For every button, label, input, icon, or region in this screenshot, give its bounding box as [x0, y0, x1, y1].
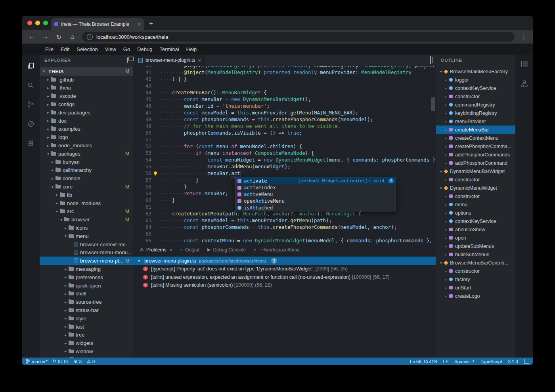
search-icon[interactable]: [27, 82, 34, 90]
code-line[interactable]: 65: [133, 230, 436, 237]
back-icon[interactable]: ←: [28, 33, 35, 40]
browser-menu-icon[interactable]: ⋮: [521, 33, 527, 40]
code-line[interactable]: 42····)·{·}: [133, 76, 436, 82]
tree-item-status-bar[interactable]: ▸status-bar: [40, 306, 133, 314]
status-cursor-position[interactable]: Ln 56, Col 28: [410, 359, 437, 364]
code-line[interactable]: 52········for·(const·menu·of·menuModel.c…: [133, 143, 436, 150]
problem-row[interactable]: ×[tslint] unused expression, expected an…: [133, 273, 436, 282]
outline-item-contextkeyservice[interactable]: ▸contextKeyService: [436, 217, 515, 225]
site-info-icon[interactable]: i: [87, 34, 93, 40]
outline-item-constructor[interactable]: ▸constructor: [436, 175, 515, 184]
status-warning-count[interactable]: ⚠0: [87, 359, 95, 364]
outline-item-keybindingregistry[interactable]: ▸keybindingRegistry: [436, 109, 515, 117]
tree-item-browser[interactable]: ▾browserM: [40, 215, 133, 224]
lightbulb-icon[interactable]: [154, 171, 157, 175]
status-indentation[interactable]: Spaces: 4: [454, 359, 475, 364]
code-line[interactable]: 66········const·contextMenu·=·new·Dynami…: [133, 237, 436, 244]
editor-tab[interactable]: browser-menu-plugin.ts ×: [133, 55, 205, 66]
panel-tab-workspace-theia[interactable]: >_~/workspace/theia: [250, 244, 303, 255]
code-editor[interactable]: 40········@inject(CommandRegistry)·prote…: [133, 66, 436, 244]
outline-item-contextkeyservice[interactable]: ▸contextKeyService: [436, 84, 515, 92]
outline-item-options[interactable]: ▸options: [436, 209, 515, 217]
menu-item-go[interactable]: Go: [120, 46, 134, 52]
outline-item-menuprovider[interactable]: ▸menuProvider: [436, 117, 515, 126]
code-line[interactable]: 46········menuBar.id·=·'theia:menubar';: [133, 103, 436, 109]
tree-item-packages[interactable]: ▾packagesM: [40, 150, 133, 158]
url-bar[interactable]: i localhost:3000/workspace/theia: [82, 32, 515, 42]
problem-file-row[interactable]: ▾browser-menu-plugin.tspackages/core/src…: [133, 257, 436, 265]
outline-item-dynamicmenuwidget[interactable]: ▾DynamicMenuWidget: [436, 184, 515, 192]
code-line[interactable]: 55················menuBar.addMenu(menuWi…: [133, 163, 436, 170]
outline-item-browsermenubarcontrib[interactable]: ▾BrowserMenuBarContrib...: [436, 259, 515, 267]
tree-item-window[interactable]: ▸window: [40, 347, 133, 356]
code-line[interactable]: 50········phosphorCommands.isVisible·=·(…: [133, 129, 436, 136]
outline-item-constructor[interactable]: ▸constructor: [436, 92, 515, 101]
collapse-all-icon[interactable]: [127, 58, 128, 63]
tree-item-theia[interactable]: ▾THEIAM: [40, 67, 133, 76]
outline-item-createmenubar[interactable]: ▸createMenuBar: [436, 126, 515, 134]
tree-item-theia[interactable]: ▸.theia: [40, 84, 133, 92]
reload-icon[interactable]: ↻: [55, 33, 62, 41]
code-line[interactable]: 54················const·menuWidget·=·new…: [133, 156, 436, 163]
outline-item-constructor[interactable]: ▸constructor: [436, 192, 515, 200]
code-line[interactable]: 44····createMenuBar():·MenuBarWidget·{: [133, 89, 436, 96]
outline-item-createlogo[interactable]: ▸createLogo: [436, 292, 515, 300]
suggest-item-activemenu[interactable]: activeMenu: [235, 191, 396, 198]
tree-item-browser-context-menu-r[interactable]: browser-context-menu-r...: [40, 240, 133, 249]
panel-tab-debug-console[interactable]: ▶Debug Console: [204, 244, 249, 255]
tree-item-core[interactable]: ▾coreM: [40, 183, 133, 191]
code-line[interactable]: 43: [133, 82, 436, 89]
status-sync[interactable]: ↻0↓ 0↑: [53, 359, 69, 364]
close-icon[interactable]: ×: [170, 247, 172, 253]
tree-item-preferences[interactable]: ▸preferences: [40, 273, 133, 282]
outline-item-factory[interactable]: ▸factory: [436, 275, 515, 284]
window-close-button[interactable]: [27, 21, 32, 25]
new-tab-button[interactable]: +: [149, 20, 153, 28]
outline-view-icon[interactable]: [521, 61, 528, 69]
tree-item-tree[interactable]: ▸tree: [40, 331, 133, 339]
tree-item-bunyan[interactable]: ▸bunyan: [40, 158, 133, 166]
tree-item-lib[interactable]: ▸lib: [40, 191, 133, 199]
tree-item-console[interactable]: ▸console: [40, 174, 133, 183]
outline-item-updatesubmenus[interactable]: ▸updateSubMenus: [436, 242, 515, 250]
suggest-item-openactivemenu[interactable]: openActiveMenu: [235, 198, 396, 204]
tree-item-source-tree[interactable]: ▸source-tree: [40, 298, 133, 306]
outline-item-addphosphorcommand[interactable]: ▸addPhosphorCommand: [436, 159, 515, 167]
menu-item-selection[interactable]: Selection: [73, 46, 101, 52]
explorer-icon[interactable]: [27, 63, 34, 71]
home-icon[interactable]: ⌂: [69, 33, 76, 40]
tree-item-icons[interactable]: ▸icons: [40, 224, 133, 232]
problem-row[interactable]: ×[typescript] Property 'act' does not ex…: [133, 265, 436, 273]
tree-item-examples[interactable]: ▸examples: [40, 125, 133, 133]
window-minimize-button[interactable]: [35, 21, 40, 25]
hierarchy-view-icon[interactable]: [521, 80, 528, 89]
tree-item-node-modules[interactable]: ▸node_modules: [40, 199, 133, 207]
outline-item-buildsubmenus[interactable]: ▸buildSubMenus: [436, 250, 515, 259]
code-line[interactable]: 64········const·phosphorCommands·=·this.…: [133, 224, 436, 230]
suggest-item-activeindex[interactable]: activeIndex: [235, 184, 396, 191]
info-icon[interactable]: i: [388, 178, 394, 183]
tree-item-vscode[interactable]: ▸.vscode: [40, 92, 133, 100]
menu-item-file[interactable]: File: [42, 46, 57, 52]
code-line[interactable]: 47········const·menuModel·=·this.menuPro…: [133, 109, 436, 116]
outline-item-open[interactable]: ▸open: [436, 234, 515, 242]
editor-scrollbar[interactable]: [431, 97, 435, 111]
status-language-mode[interactable]: TypeScript: [480, 359, 502, 364]
tree-item-shell[interactable]: ▸shell: [40, 290, 133, 298]
tree-item-doc[interactable]: ▸doc: [40, 117, 133, 125]
tree-item-dev-packages[interactable]: ▸dev-packages: [40, 108, 133, 117]
outline-item-constructor[interactable]: ▸constructor: [436, 267, 515, 275]
code-line[interactable]: 53············if·(menu·instanceof·Compos…: [133, 150, 436, 156]
menu-item-terminal[interactable]: Terminal: [156, 46, 182, 52]
close-icon[interactable]: ×: [198, 57, 201, 63]
tree-item-callhierarchy[interactable]: ▸callhierarchy: [40, 166, 133, 175]
code-line[interactable]: 56················menuBar.act: [133, 170, 436, 177]
tree-item-src[interactable]: ▾srcM: [40, 207, 133, 216]
menu-item-help[interactable]: Help: [183, 46, 201, 52]
outline-item-addphosphorcommands[interactable]: ▸addPhosphorCommands: [436, 150, 515, 159]
tree-item-configs[interactable]: ▸configs: [40, 100, 133, 108]
source-control-icon[interactable]: [27, 101, 34, 110]
tree-item-menu[interactable]: ▾menu: [40, 232, 133, 240]
status-git-branch[interactable]: master*: [26, 359, 48, 364]
tree-item-logo[interactable]: ▸logo: [40, 133, 133, 141]
